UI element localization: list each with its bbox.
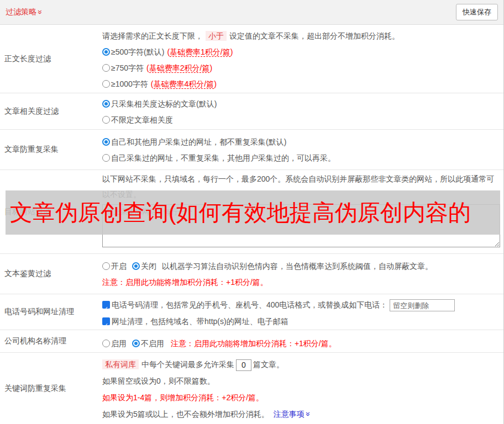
company-clean-options: 启用不启用 注意：启用此功能将增加积分消耗：+1积分/篇。	[102, 336, 499, 352]
keyword-limit-unit: 篇文章。	[253, 360, 284, 369]
filter-strategy-page: 过滤策略 » 快速保存 正文长度过滤 请选择需求的正文长度下限，小于设定值的文章…	[0, 0, 504, 424]
section-dedup: 文章防重复采集 自己和其他用户采集过的网址，都不重复采集(默认) 自己采集过的网…	[0, 130, 503, 170]
option-label: 开启	[111, 262, 127, 271]
keyword-limit-text: 中每个关键词最多允许采集	[141, 360, 234, 369]
porn-filter-label: 文本鉴黄过滤	[0, 254, 102, 294]
intro-highlight: 小于	[206, 31, 227, 41]
radio-company-on[interactable]	[102, 340, 110, 347]
radio-dedup-self-only[interactable]	[102, 154, 110, 162]
section-content-length: 正文长度过滤 请选择需求的正文长度下限，小于设定值的文章不采集，超出部分不增加积…	[0, 25, 503, 93]
radio-porn-off[interactable]	[132, 262, 140, 270]
keyword-dedup-label: 关键词防重复采集	[0, 353, 102, 424]
option-label: 关闭	[141, 262, 156, 271]
radio-1000-chars[interactable]	[102, 80, 110, 88]
phone-url-clean-label: 电话号码和网址清理	[0, 294, 102, 330]
porn-filter-options: 开启关闭 以机器学习算法自动识别色情内容，当色情概率达到系统阈值，自动屏蔽文章。	[102, 258, 499, 274]
replace-phone-input[interactable]	[390, 299, 455, 311]
company-clean-note: 注意：启用此功能将增加积分消耗：+1积分/篇。	[171, 339, 337, 348]
url-clean-line: 网址清理，包括纯域名、带http(s)的网址、电子邮箱	[102, 313, 499, 330]
content-length-intro: 请选择需求的正文长度下限，小于设定值的文章不采集，超出部分不增加积分消耗。	[102, 28, 499, 44]
intro-text-pre: 请选择需求的正文长度下限，	[102, 31, 203, 40]
option-label: ≥750字符	[111, 63, 144, 72]
page-header: 过滤策略 » 快速保存	[0, 0, 503, 25]
content-length-option-500: ≥500字符(默认)基础费率1积分/篇	[102, 44, 499, 60]
url-clean-text: 网址清理，包括纯域名、带http(s)的网址、电子邮箱	[112, 317, 288, 326]
phone-clean-checkbox[interactable]	[102, 301, 110, 309]
radio-500-chars[interactable]	[102, 48, 110, 56]
option-fee: 基础费率2积分/篇	[146, 63, 212, 72]
option-label: 启用	[111, 339, 127, 348]
content-length-option-750: ≥750字符基础费率2积分/篇	[102, 60, 499, 76]
radio-750-chars[interactable]	[102, 64, 110, 72]
chevron-down-icon[interactable]: »	[305, 412, 312, 416]
radio-dedup-all-users[interactable]	[102, 138, 110, 146]
radio-relevance-any[interactable]	[102, 116, 110, 124]
relevance-label: 文章相关度过滤	[0, 93, 102, 129]
option-label: ≥500字符(默认)	[111, 47, 164, 56]
option-label: ≥1000字符	[111, 80, 148, 88]
phone-clean-line: 电话号码清理，包括常见的手机号、座机号、400电话格式，或替换成如下电话：	[102, 296, 499, 313]
porn-filter-description: 以机器学习算法自动识别色情内容，当色情概率达到系统阈值，自动屏蔽文章。	[162, 262, 433, 271]
page-title: 过滤策略	[6, 7, 36, 17]
notice-link[interactable]: 注意事项	[274, 410, 305, 418]
radio-company-off[interactable]	[132, 340, 140, 347]
section-phone-url-clean: 电话号码和网址清理 电话号码清理，包括常见的手机号、座机号、400电话格式，或替…	[0, 294, 503, 330]
option-label: 自己和其他用户采集过的网址，都不重复采集(默认)	[111, 137, 286, 146]
porn-filter-note: 注意：启用此功能将增加积分消耗：+1积分/篇。	[102, 274, 499, 290]
dedup-label: 文章防重复采集	[0, 130, 102, 169]
url-clean-checkbox[interactable]	[102, 317, 110, 325]
relevance-option-1: 只采集相关度达标的文章(默认)	[102, 96, 499, 112]
option-label: 不启用	[141, 339, 164, 348]
relevance-option-2: 不限定文章相关度	[102, 112, 499, 128]
content-length-option-1000: ≥1000字符基础费率4积分/篇	[102, 76, 499, 92]
option-label: 不限定文章相关度	[111, 115, 173, 124]
radio-porn-on[interactable]	[102, 262, 110, 270]
radio-relevance-only[interactable]	[102, 100, 110, 108]
keyword-note-five-text: 如果设为5篇或以上，也不会额外增加积分消耗。	[102, 410, 269, 418]
section-company-clean: 公司机构名称清理 启用不启用 注意：启用此功能将增加积分消耗：+1积分/篇。	[0, 330, 503, 353]
phone-clean-text: 电话号码清理，包括常见的手机号、座机号、400电话格式，或替换成如下电话：	[112, 300, 387, 309]
watermark-text: 文章伪原创查询(如何有效地提高伪原创内容的	[6, 202, 471, 224]
option-fee: 基础费率1积分/篇	[167, 47, 233, 56]
company-clean-label: 公司机构名称清理	[0, 330, 102, 352]
option-fee: 基础费率4积分/篇	[151, 80, 217, 88]
section-keyword-dedup: 关键词防重复采集 私有词库中每个关键词最多允许采集篇文章。 如果留空或设为0，则…	[0, 353, 503, 424]
intro-text-post: 设定值的文章不采集，超出部分不增加积分消耗。	[229, 31, 400, 40]
keyword-note-empty: 如果留空或设为0，则不限篇数。	[102, 373, 499, 389]
dedup-option-2: 自己采集过的网址，不重复采集，其他用户采集过的，可以再采。	[102, 150, 499, 166]
content-length-label: 正文长度过滤	[0, 25, 102, 93]
watermark-overlay: 文章伪原创查询(如何有效地提高伪原创内容的	[6, 190, 500, 235]
keyword-limit-input[interactable]	[236, 359, 251, 371]
private-thesaurus-highlight: 私有词库	[102, 359, 139, 369]
keyword-limit-line: 私有词库中每个关键词最多允许采集篇文章。	[102, 356, 499, 373]
dedup-option-1: 自己和其他用户采集过的网址，都不重复采集(默认)	[102, 134, 499, 150]
keyword-note-cost: 如果设为1-4篇，则增加积分消耗：+2积分/篇。	[102, 389, 499, 406]
chevron-down-icon[interactable]: »	[36, 10, 44, 14]
option-label: 只采集相关度达标的文章(默认)	[111, 99, 217, 108]
section-porn-filter: 文本鉴黄过滤 开启关闭 以机器学习算法自动识别色情内容，当色情概率达到系统阈值，…	[0, 254, 503, 294]
option-label: 自己采集过的网址，不重复采集，其他用户采集过的，可以再采。	[111, 153, 335, 162]
keyword-note-five: 如果设为5篇或以上，也不会额外增加积分消耗。注意事项»	[102, 406, 499, 422]
section-relevance: 文章相关度过滤 只采集相关度达标的文章(默认) 不限定文章相关度	[0, 93, 503, 130]
quick-save-button[interactable]: 快速保存	[456, 4, 498, 20]
